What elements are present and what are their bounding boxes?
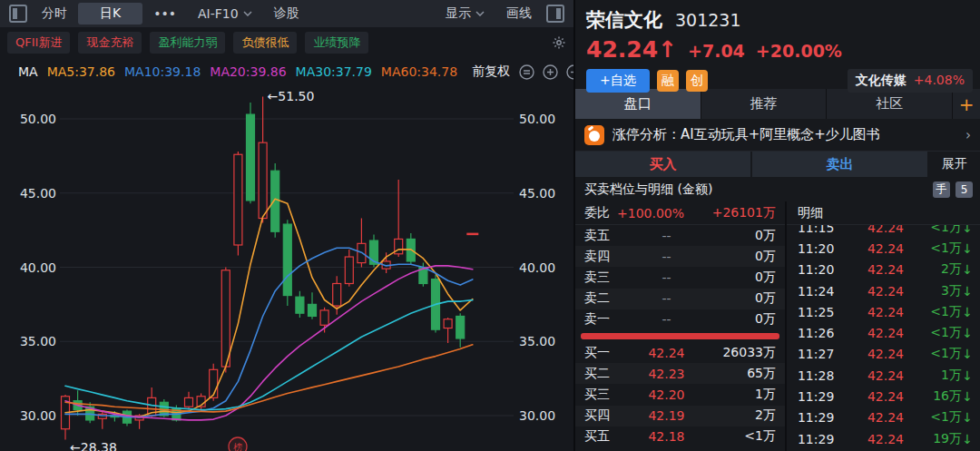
depth-title: 买卖档位与明细 (金额) xyxy=(584,181,712,198)
tag-low-debt[interactable]: 负债很低 xyxy=(233,32,297,54)
adjust-mode-label[interactable]: 前复权 xyxy=(472,64,510,80)
trade-actions: 买入 卖出 展开 xyxy=(575,152,980,177)
ask-row-1[interactable]: 卖一--0万 xyxy=(575,309,785,330)
bid-row-1[interactable]: 买一42.2426033万 xyxy=(575,342,785,363)
bid-row-2[interactable]: 买二42.2365万 xyxy=(575,363,785,384)
sector-name: 文化传媒 xyxy=(856,73,906,89)
tab-daily-k[interactable]: 日K xyxy=(78,3,142,25)
tab-community[interactable]: 社区 xyxy=(827,89,952,119)
indicator-list-icon[interactable] xyxy=(519,64,534,80)
stock-app-window: 分时 日K ••• AI-F10 诊股 显示 画线 QFII新进 现金充裕 盈利… xyxy=(0,0,980,451)
collapse-right-panel-icon[interactable] xyxy=(546,5,564,23)
ask-row-3[interactable]: 卖三--0万 xyxy=(575,267,785,288)
svg-text:35.00: 35.00 xyxy=(519,334,555,348)
detail-row: 11:2742.24<1万↓ xyxy=(787,344,980,365)
weibi-label: 委比 xyxy=(584,205,610,221)
bid-row-5[interactable]: 买五42.18<1万 xyxy=(575,426,785,447)
detail-row: 11:2942.2419万↓ xyxy=(787,428,980,449)
candlestick-chart-svg: 50.0050.0045.0045.0040.0040.0035.0035.00… xyxy=(0,86,573,451)
depth-and-detail: 委比 +100.00% +26101万 卖五--0万 卖四--0万 卖三--0万… xyxy=(575,201,980,451)
chevron-right-icon[interactable]: › xyxy=(965,127,971,143)
tag-qfii[interactable]: QFII新进 xyxy=(7,32,70,54)
tag-weak-profit[interactable]: 盈利能力弱 xyxy=(150,32,225,54)
ask-row-5[interactable]: 卖五--0万 xyxy=(575,225,785,246)
ma5-value: MA5:37.86 xyxy=(47,64,115,79)
gear-icon[interactable] xyxy=(552,35,566,50)
limit-up-analysis-row[interactable]: 涨停分析：AI互动玩具+阿里概念+少儿图书 › xyxy=(575,119,980,152)
ma-indicator-label[interactable]: MA xyxy=(18,64,38,79)
tab-recommend[interactable]: 推荐 xyxy=(701,89,827,119)
stock-tags-row: QFII新进 现金充裕 盈利能力弱 负债很低 业绩预降 xyxy=(0,27,573,56)
quote-header: 荣信文化 301231 42.24↑ +7.04 +20.00% +自选 融 创… xyxy=(575,0,980,89)
candlestick-chart[interactable]: 50.0050.0045.0045.0040.0040.0035.0035.00… xyxy=(0,86,573,451)
stock-name: 荣信文化 xyxy=(586,7,662,33)
svg-text:45.00: 45.00 xyxy=(20,186,56,201)
ma60-value: MA60:34.78 xyxy=(381,64,457,79)
weibi-value: +100.00% xyxy=(617,206,684,221)
detail-row: 11:2842.241万↓ xyxy=(787,365,980,386)
svg-text:榜: 榜 xyxy=(233,442,242,451)
more-periods-button[interactable]: ••• xyxy=(142,4,187,24)
sell-arrow-icon: ↓ xyxy=(962,241,973,256)
detail-list[interactable]: 11:1542.24<1万↓ 11:2042.24<1万↓ 11:2042.24… xyxy=(787,225,980,451)
ask-row-4[interactable]: 卖四--0万 xyxy=(575,246,785,267)
bid-row-4[interactable]: 买四42.192万 xyxy=(575,406,785,426)
svg-text:30.00: 30.00 xyxy=(519,408,555,423)
sell-button[interactable]: 卖出 xyxy=(752,152,927,177)
sector-chip[interactable]: 文化传媒 +4.08% xyxy=(848,69,973,93)
sell-arrow-icon: ↓ xyxy=(962,326,973,340)
ma20-value: MA20:39.86 xyxy=(210,64,286,79)
expand-button[interactable]: 展开 xyxy=(929,152,980,177)
bid-row-3[interactable]: 买三42.201万 xyxy=(575,384,785,405)
depth-section-header: 买卖档位与明细 (金额) 手 5 xyxy=(575,177,980,201)
weibi-ratio-bar xyxy=(581,333,779,339)
price-change-pct: +20.00% xyxy=(756,41,842,61)
ma10-value: MA10:39.18 xyxy=(124,64,201,79)
sell-arrow-icon: ↓ xyxy=(962,410,973,425)
order-ladder: 委比 +100.00% +26101万 卖五--0万 卖四--0万 卖三--0万… xyxy=(575,201,785,451)
chart-panel: 分时 日K ••• AI-F10 诊股 显示 画线 QFII新进 现金充裕 盈利… xyxy=(0,0,573,451)
tag-earnings-decline[interactable]: 业绩预降 xyxy=(305,32,368,54)
svg-text:←28.38: ←28.38 xyxy=(70,440,117,451)
detail-row: 11:2942.2416万↓ xyxy=(787,386,980,407)
detail-row: 11:2542.24<1万↓ xyxy=(787,301,980,322)
add-watchlist-button[interactable]: +自选 xyxy=(586,69,650,93)
sell-arrow-icon: ↓ xyxy=(962,284,973,299)
tab-diagnose[interactable]: 诊股 xyxy=(263,3,310,25)
chevron-down-icon xyxy=(243,11,252,16)
chart-toolbar: 分时 日K ••• AI-F10 诊股 显示 画线 xyxy=(0,0,573,27)
chinext-badge[interactable]: 创 xyxy=(686,70,708,92)
svg-text:50.00: 50.00 xyxy=(20,112,56,126)
levels-count-badge[interactable]: 5 xyxy=(956,181,973,198)
svg-text:←51.50: ←51.50 xyxy=(268,89,315,103)
weibi-row: 委比 +100.00% +26101万 xyxy=(575,201,785,225)
add-tab-button[interactable]: + xyxy=(953,89,980,119)
sell-arrow-icon: ↓ xyxy=(962,389,973,404)
display-menu-button[interactable]: 显示 xyxy=(435,3,495,25)
detail-row: 11:2042.242万↓ xyxy=(787,260,980,280)
collapse-left-panel-icon[interactable] xyxy=(9,5,27,23)
svg-text:40.00: 40.00 xyxy=(519,260,555,275)
tab-minute-chart[interactable]: 分时 xyxy=(31,3,78,25)
lots-unit-badge[interactable]: 手 xyxy=(933,181,950,198)
detail-row: 11:2642.24<1万↓ xyxy=(787,322,980,343)
tag-cash-rich[interactable]: 现金充裕 xyxy=(78,32,142,54)
draw-line-button[interactable]: 画线 xyxy=(495,3,543,25)
tab-order-book[interactable]: 盘口 xyxy=(575,89,701,119)
panel-bar-glyph xyxy=(556,8,561,19)
svg-text:50.00: 50.00 xyxy=(519,112,555,126)
svg-text:40.00: 40.00 xyxy=(20,260,56,275)
buy-button[interactable]: 买入 xyxy=(575,152,750,177)
svg-text:35.00: 35.00 xyxy=(20,334,56,348)
margin-badge[interactable]: 融 xyxy=(657,70,679,92)
sell-arrow-icon: ↓ xyxy=(962,305,973,319)
quote-panel: 荣信文化 301231 42.24↑ +7.04 +20.00% +自选 融 创… xyxy=(573,0,980,451)
detail-row: 11:2942.24<1万↓ xyxy=(787,407,980,428)
svg-text:30.00: 30.00 xyxy=(20,408,56,423)
tab-ai-f10[interactable]: AI-F10 xyxy=(187,4,263,24)
chevron-down-icon xyxy=(475,11,485,16)
ask-row-2[interactable]: 卖二--0万 xyxy=(575,289,785,309)
weibi-amount: +26101万 xyxy=(712,205,776,221)
zoom-in-icon[interactable] xyxy=(543,64,558,80)
trade-detail-panel: 明细 11:1542.24<1万↓ 11:2042.24<1万↓ 11:2042… xyxy=(785,201,980,451)
